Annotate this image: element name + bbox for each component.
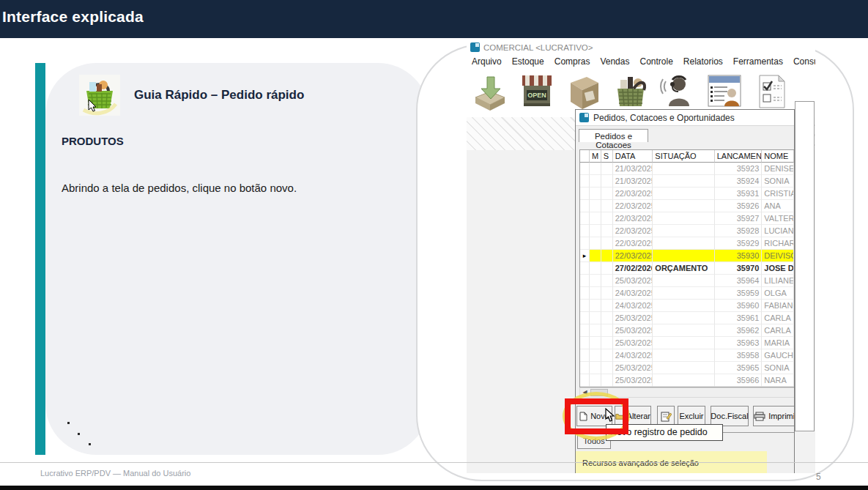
edit-notepad-button[interactable] xyxy=(657,406,675,426)
table-row[interactable]: 22/03/202535929RICHARD xyxy=(580,237,794,250)
table-row[interactable]: 24/03/202535960FABIANO xyxy=(580,300,794,312)
imprimir-button[interactable]: Imprimir xyxy=(753,406,795,426)
table-row[interactable]: 22/03/202535927VALTER xyxy=(580,212,794,225)
package-icon[interactable] xyxy=(560,68,607,115)
table-cell: 35929 xyxy=(715,237,763,250)
table-row[interactable]: 25/03/202535961CARLA xyxy=(580,312,794,324)
table-row[interactable]: 27/02/2026ORÇAMENTO35970JOSE DA xyxy=(580,262,794,275)
table-row[interactable]: 25/03/202535965SONIA xyxy=(580,362,794,374)
table-row[interactable]: 25/03/202535963MARIA xyxy=(580,337,794,349)
table-cell xyxy=(590,362,601,374)
table-cell xyxy=(601,275,613,287)
excluir-button[interactable]: Excluir xyxy=(678,406,705,426)
table-cell xyxy=(580,262,590,275)
table-row[interactable]: 22/03/202535926ANA xyxy=(580,200,794,212)
table-cell: 21/03/2025 xyxy=(613,163,653,175)
table-row[interactable]: ▸22/03/202535930DEIVISON xyxy=(580,250,794,262)
table-header-row: M S DATA SITUAÇÃO LANCAMENTO NOME xyxy=(580,150,794,163)
menu-item-consultas[interactable]: Consultas xyxy=(788,56,815,67)
table-row[interactable]: 22/03/202535931CRISTIAN xyxy=(580,188,794,200)
contacts-list-icon[interactable] xyxy=(701,68,748,115)
table-cell xyxy=(601,188,613,200)
table-row[interactable]: 25/03/202535962CARLA xyxy=(580,324,794,337)
table-cell xyxy=(653,175,714,188)
table-cell xyxy=(580,237,590,250)
table-cell xyxy=(653,163,714,175)
menu-item-relatorios[interactable]: Relatorios xyxy=(678,56,728,67)
table-cell: CARLA xyxy=(762,312,794,324)
tab-pedidos-e-cotacoes[interactable]: Pedidos e Cotacoes xyxy=(579,129,648,142)
table-cell xyxy=(590,300,601,312)
table-cell xyxy=(601,349,613,362)
content-panel xyxy=(45,63,429,455)
table-row[interactable]: 25/03/202535964LILIANE xyxy=(580,275,794,287)
app-logo-icon xyxy=(470,42,480,52)
table-cell: 22/03/2025 xyxy=(613,188,653,200)
table-cell xyxy=(590,349,601,362)
table-cell xyxy=(580,212,590,225)
table-row[interactable]: 21/03/202535923DENISE xyxy=(580,163,794,175)
table-cell xyxy=(580,300,590,312)
guide-title: Guia Rápido – Pedido rápido xyxy=(134,88,398,103)
table-row[interactable]: 21/03/202535924SONIA xyxy=(580,175,794,188)
table-cell xyxy=(590,175,601,188)
table-cell: 25/03/2025 xyxy=(613,362,653,374)
table-cell xyxy=(580,163,590,175)
table-cell xyxy=(601,163,613,175)
doc-fiscal-button[interactable]: Doc.Fiscal xyxy=(711,406,749,426)
column-header: DATA xyxy=(613,150,653,163)
table-cell: 35960 xyxy=(715,300,763,312)
table-cell xyxy=(590,262,601,275)
column-header-gutter xyxy=(580,150,590,163)
table-cell xyxy=(580,287,590,300)
table-cell: DEIVISON xyxy=(762,250,794,262)
checklist-doc-icon[interactable] xyxy=(748,68,795,115)
table-cell xyxy=(590,275,601,287)
accent-bar xyxy=(35,63,45,455)
menu-item-arquivo[interactable]: Arquivo xyxy=(467,56,507,67)
table-cell: 25/03/2025 xyxy=(613,374,653,387)
store-open-icon[interactable]: OPEN xyxy=(513,68,560,115)
table-cell xyxy=(601,374,613,387)
table-cell: 27/02/2026 xyxy=(613,262,653,275)
table-cell xyxy=(601,250,613,262)
table-row[interactable]: 24/03/202535959OLGA xyxy=(580,287,794,300)
table-cell xyxy=(653,250,714,262)
table-cell: 21/03/2025 xyxy=(613,175,653,188)
table-cell xyxy=(653,275,714,287)
table-cell: NARA xyxy=(762,374,794,387)
menu-item-ferramentas[interactable]: Ferramentas xyxy=(728,56,788,67)
column-header: SITUAÇÃO xyxy=(653,150,714,163)
support-headset-icon[interactable] xyxy=(654,68,701,115)
menu-item-controle[interactable]: Controle xyxy=(634,56,678,67)
table-cell xyxy=(590,287,601,300)
menu-item-vendas[interactable]: Vendas xyxy=(595,56,634,67)
table-cell xyxy=(580,349,590,362)
table-row[interactable]: 22/03/202535928LUCIANE xyxy=(580,225,794,237)
table-cell xyxy=(590,250,601,262)
table-row[interactable]: 24/03/202535958GAUCHO xyxy=(580,349,794,362)
table-cell: 35963 xyxy=(715,337,763,349)
import-box-icon[interactable] xyxy=(467,68,513,115)
table-cell: 35966 xyxy=(715,374,763,387)
window-titlebar[interactable]: Pedidos, Cotacoes e Oportunidades xyxy=(576,110,795,126)
table-cell xyxy=(580,225,590,237)
table-cell: 35965 xyxy=(715,362,763,374)
table-cell: 25/03/2025 xyxy=(613,312,653,324)
orders-table[interactable]: M S DATA SITUAÇÃO LANCAMENTO NOME 21/03/… xyxy=(579,149,795,387)
page-title: Interface explicada xyxy=(2,8,144,26)
table-row[interactable]: 25/03/202535966NARA xyxy=(580,374,794,387)
table-cell xyxy=(580,374,590,387)
footer-text: Lucrativo ERP/PDV — Manual do Usuário xyxy=(40,469,190,478)
basket-icon[interactable] xyxy=(607,68,654,115)
menu-item-compras[interactable]: Compras xyxy=(549,56,596,67)
column-header: S xyxy=(601,150,613,163)
table-cell xyxy=(580,324,590,337)
table-cell: JOSE DA xyxy=(762,262,794,275)
table-cell: 35964 xyxy=(715,275,763,287)
slide-header: Interface explicada xyxy=(0,0,868,38)
table-cell xyxy=(653,188,714,200)
table-cell: ANA xyxy=(762,200,794,212)
menu-item-estoque[interactable]: Estoque xyxy=(507,56,549,67)
table-cell xyxy=(601,337,613,349)
